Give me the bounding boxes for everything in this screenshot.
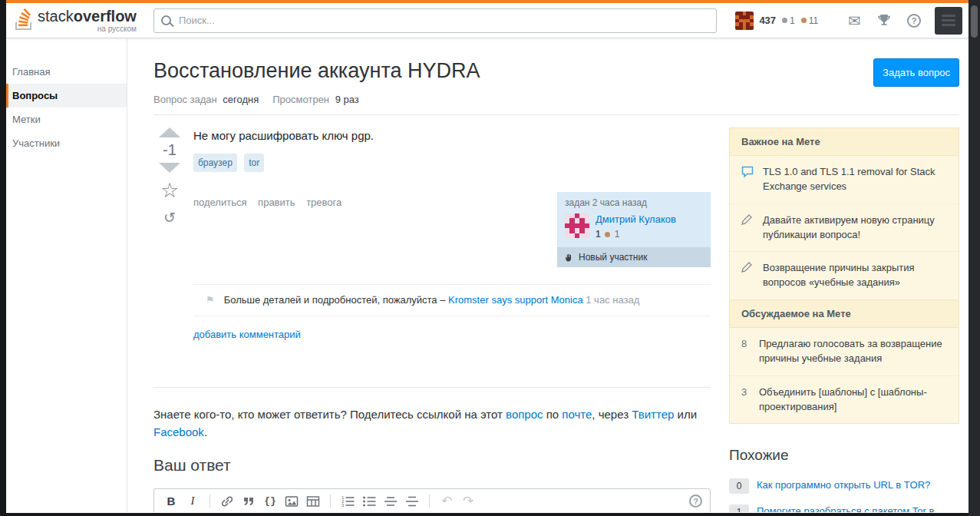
comment-author-link[interactable]: Kromster says support Monica <box>448 294 583 306</box>
ordered-list-icon[interactable]: 1 2 3 <box>337 492 358 511</box>
speech-bubble-icon <box>741 165 755 194</box>
share-question-link[interactable]: вопрос <box>506 408 543 421</box>
featured-meta-item[interactable]: Возвращение причины закрытия вопросов «у… <box>730 251 959 299</box>
asked-value: сегодня <box>223 94 259 105</box>
owner-asked-time: задан 2 часа назад <box>565 197 703 208</box>
share-email-link[interactable]: почте <box>562 408 592 421</box>
sidebar-item-tags[interactable]: Метки <box>6 108 127 131</box>
tag-browser[interactable]: браузер <box>193 154 237 172</box>
question-post: -1 Не могу расшифровать ключ pgp. браузе… <box>153 115 711 341</box>
logo-text: stackoverflow на русском <box>38 8 137 33</box>
sidebar-item-home[interactable]: Главная <box>6 60 127 84</box>
achievements-trophy-icon[interactable] <box>877 14 891 28</box>
bold-icon[interactable]: B <box>160 492 182 511</box>
share-facebook-link[interactable]: Facebook <box>153 425 204 438</box>
share-action[interactable]: поделиться <box>193 197 246 208</box>
question-text: Не могу расшифровать ключ pgp. <box>193 129 711 142</box>
new-contributor-badge: Новый участник <box>557 247 711 267</box>
tag-tor[interactable]: tor <box>244 154 264 172</box>
toolbar-separator <box>210 495 210 508</box>
pencil-icon <box>741 213 755 243</box>
code-icon[interactable]: {} <box>259 492 281 511</box>
logo-overflow: overflow <box>74 8 137 25</box>
related-title: Похожие <box>729 447 959 464</box>
viewed-value: 9 раз <box>335 94 359 105</box>
toolbar-separator <box>429 495 430 508</box>
answer-editor: B I <box>153 488 711 512</box>
question-owner-card: задан 2 часа назад <box>557 192 711 267</box>
user-avatar <box>735 12 754 30</box>
flag-action[interactable]: тревога <box>306 197 342 208</box>
related-question-link[interactable]: Помогите разобраться с пакетом Tor в Deb… <box>757 504 959 512</box>
featured-meta-item[interactable]: TLS 1.0 and TLS 1.1 removal for Stack Ex… <box>730 156 959 203</box>
inbox-icon[interactable] <box>848 12 861 30</box>
add-comment-link[interactable]: добавить комментарий <box>193 329 301 340</box>
horizontal-rule-icon[interactable] <box>401 492 423 511</box>
comment-text: Больше деталей и подробностей, пожалуйст… <box>224 294 446 306</box>
hot-item-score: 3 <box>741 385 751 415</box>
bronze-badge-count: 11 <box>801 15 818 26</box>
search-icon <box>161 15 171 25</box>
hot-meta-title: Обсуждаемое на Мете <box>730 299 959 328</box>
related-score-badge: 0 <box>729 478 749 494</box>
search-bar <box>153 8 717 33</box>
redo-icon[interactable] <box>457 492 479 511</box>
comment: Больше деталей и подробностей, пожалуйст… <box>193 284 711 316</box>
section-divider <box>153 387 711 388</box>
related-score-badge: 1 <box>729 504 749 512</box>
share-text-mid1: по <box>546 408 559 421</box>
sidebar-item-questions[interactable]: Вопросы <box>6 84 127 108</box>
related-question: 1 Помогите разобраться с пакетом Tor в D… <box>729 504 959 512</box>
silver-badge-count: 1 <box>782 15 795 26</box>
toolbar-separator <box>330 495 331 508</box>
owner-avatar[interactable] <box>565 213 589 238</box>
editor-help-icon[interactable]: ? <box>689 495 702 508</box>
user-profile-link[interactable]: 437 1 11 <box>735 12 818 30</box>
bronze-badge-icon <box>801 18 807 23</box>
downvote-icon[interactable] <box>159 163 180 173</box>
related-question: 0 Как программно открыть URL в TOR? <box>729 478 959 494</box>
viewed-label: Просмотрен <box>272 94 329 105</box>
sidebar-item-users[interactable]: Участники <box>6 131 127 155</box>
right-sidebar: Важное на Мете TLS 1.0 and TLS 1.1 remov… <box>729 115 959 512</box>
owner-name-link[interactable]: Дмитрий Кулаков <box>596 213 676 225</box>
stackexchange-menu-icon[interactable] <box>935 7 962 35</box>
search-input[interactable] <box>153 8 717 33</box>
image-icon[interactable] <box>281 492 302 511</box>
scrollbar-thumb[interactable] <box>971 5 978 38</box>
blockquote-icon[interactable] <box>238 492 259 511</box>
share-text-mid3: или <box>678 408 698 421</box>
undo-icon[interactable] <box>436 492 457 511</box>
vote-cell: -1 <box>153 127 186 341</box>
ask-question-button[interactable]: Задать вопрос <box>873 58 959 87</box>
site-header: stackoverflow на русском 437 1 <box>6 3 968 38</box>
question-title: Восстановление аккаунта HYDRA <box>153 58 480 84</box>
link-icon[interactable] <box>216 492 238 511</box>
page-body: Главная Вопросы Метки Участники Восстано… <box>6 38 968 512</box>
unordered-list-icon[interactable] <box>358 492 380 511</box>
favorite-star-icon[interactable] <box>160 180 179 201</box>
meta-widget: Важное на Мете TLS 1.0 and TLS 1.1 remov… <box>729 127 959 424</box>
browser-scrollbar[interactable] <box>968 0 980 516</box>
share-text-prefix: Знаете кого-то, кто может ответить? Поде… <box>153 408 503 421</box>
asked-label: Вопрос задан <box>153 94 217 105</box>
hot-meta-item[interactable]: 8 Предлагаю голосовать за возвращение пр… <box>730 328 959 375</box>
italic-icon[interactable]: I <box>182 492 203 511</box>
comment-flag-icon[interactable] <box>206 293 215 307</box>
heading-icon[interactable] <box>380 492 401 511</box>
help-icon[interactable] <box>907 14 921 28</box>
featured-meta-item[interactable]: Давайте активируем новую страницу публик… <box>730 203 959 252</box>
history-icon[interactable] <box>163 210 176 225</box>
hot-meta-item[interactable]: 3 Объединить [шаблоны] с [шаблоны-проект… <box>730 375 959 424</box>
related-question-link[interactable]: Как программно открыть URL в TOR? <box>757 478 930 493</box>
share-text-suffix: . <box>204 425 207 438</box>
question-column: -1 Не могу расшифровать ключ pgp. браузе… <box>153 115 711 512</box>
site-logo[interactable]: stackoverflow на русском <box>14 8 137 34</box>
upvote-icon[interactable] <box>159 127 180 137</box>
owner-bronze-badge-icon <box>605 232 610 237</box>
question-stats: Вопрос задан сегодня Просмотрен 9 раз <box>153 94 959 105</box>
edit-action[interactable]: править <box>258 197 295 208</box>
table-icon[interactable] <box>302 492 324 511</box>
share-twitter-link[interactable]: Твиттер <box>632 408 674 421</box>
share-paragraph: Знаете кого-то, кто может ответить? Поде… <box>153 406 702 441</box>
